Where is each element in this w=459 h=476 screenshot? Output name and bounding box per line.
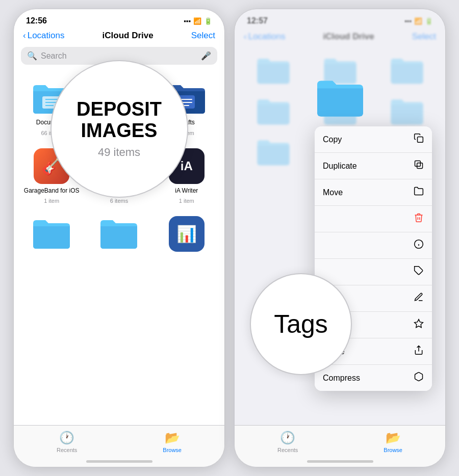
svg-rect-7 [418,137,423,143]
chevron-left-icon: ‹ [244,32,247,42]
info-icon [414,239,424,252]
wifi-icon: 📶 [193,17,201,25]
home-indicator-right [307,460,373,463]
bg-folder-item [245,137,301,167]
deposit-count: 49 items [98,146,140,159]
list-item[interactable] [85,210,152,261]
svg-rect-8 [415,161,421,167]
folder-icon [98,216,139,251]
tab-browse-label: Browse [163,447,182,453]
recents-icon-right: 🕐 [280,431,295,445]
status-time-left: 12:56 [26,16,47,25]
status-icons-left: ▪▪▪ 📶 🔋 [184,17,212,25]
list-item[interactable] [18,210,85,261]
nav-title-left: iCloud Drive [103,31,154,41]
tab-browse[interactable]: 📂 Browse [163,431,182,453]
file-count: 1 item [179,198,194,204]
back-label: Locations [28,31,65,41]
rename-icon [414,292,424,305]
deposit-overlay: DEPOSITIMAGES 49 items [50,60,188,198]
menu-item-copy[interactable]: Copy [315,126,432,153]
tab-recents[interactable]: 🕐 Recents [57,431,77,453]
file-count: 6 items [110,198,128,204]
signal-icon: ▪▪▪ [184,17,191,25]
battery-icon: 🔋 [425,17,433,25]
app-icon: 📊 [169,216,205,252]
tab-recents-right[interactable]: 🕐 Recents [277,431,298,453]
duplicate-icon [414,160,424,172]
left-phone: 12:56 ▪▪▪ 📶 🔋 ‹ Locations iCloud Drive S… [13,9,225,467]
nav-bar-left: ‹ Locations iCloud Drive Select [14,29,224,45]
copy-label: Copy [323,135,342,144]
search-icon: 🔍 [27,51,37,61]
deposit-title: DEPOSITIMAGES [76,99,162,142]
tab-recents-label-right: Recents [277,447,298,453]
file-count: 1 item [44,198,59,204]
bg-folder-item [378,96,435,126]
file-name: iA Writer [175,187,198,195]
compress-label: Compress [323,374,360,383]
move-icon [414,186,424,199]
status-bar-right: 12:57 ▪▪▪ 📶 🔋 [235,9,445,29]
browse-icon: 📂 [165,431,180,445]
status-bar-left: 12:56 ▪▪▪ 📶 🔋 [14,9,224,29]
bg-folder-item [378,55,435,86]
menu-item-compress[interactable]: Compress [315,365,432,391]
tab-recents-label: Recents [57,447,77,453]
recents-icon: 🕐 [59,431,74,445]
status-icons-right: ▪▪▪ 📶 🔋 [404,17,433,25]
mic-icon[interactable]: 🎤 [201,51,211,61]
select-button[interactable]: Select [191,31,215,41]
ia-icon: iA [181,159,193,173]
nav-bar-right: ‹ Locations iCloud Drive Select [235,30,445,46]
battery-icon: 🔋 [204,17,212,25]
duplicate-label: Duplicate [323,162,357,171]
file-name: GarageBand for iOS [24,187,80,195]
home-indicator [86,460,152,463]
tags-icon [414,266,424,278]
delete-icon [414,213,424,225]
bg-folder-item [245,55,301,86]
tags-label: Tags [274,309,328,339]
favorite-icon [414,319,424,331]
search-input[interactable]: Search [41,51,197,61]
list-item[interactable]: 📊 [153,210,220,261]
browse-icon-right: 📂 [386,431,401,445]
tab-browse-label-right: Browse [384,447,402,453]
menu-item-tags[interactable] [315,259,432,285]
chevron-left-icon: ‹ [23,31,26,41]
compress-icon [414,372,424,384]
tags-overlay: Tags [250,273,352,375]
back-button[interactable]: ‹ Locations [23,31,64,41]
tab-bar: 🕐 Recents 📂 Browse [14,425,224,467]
wifi-icon: 📶 [414,17,422,25]
tab-bar-right: 🕐 Recents 📂 Browse [235,425,445,467]
copy-icon [414,133,424,146]
menu-item-info[interactable] [315,232,432,259]
back-label-right: Locations [248,32,286,42]
folder-icon [31,216,72,251]
svg-rect-9 [417,163,423,169]
bg-folder-item [245,96,301,126]
select-button-right: Select [412,32,436,42]
keynote-icon: 📊 [176,224,197,244]
signal-icon: ▪▪▪ [404,17,412,25]
svg-marker-14 [415,320,423,328]
move-label: Move [323,188,343,197]
menu-item-move[interactable]: Move [315,179,432,206]
nav-title-right: iCloud Drive [323,32,374,42]
back-button-right: ‹ Locations [244,32,285,42]
right-phone: 12:57 ▪▪▪ 📶 🔋 ‹ Locations iCloud Drive S… [234,9,446,467]
tab-browse-right[interactable]: 📂 Browse [384,431,402,453]
selected-folder [315,75,366,121]
menu-item-delete[interactable] [315,206,432,232]
share-icon [414,345,424,358]
menu-item-duplicate[interactable]: Duplicate [315,153,432,179]
status-time-right: 12:57 [247,16,268,25]
